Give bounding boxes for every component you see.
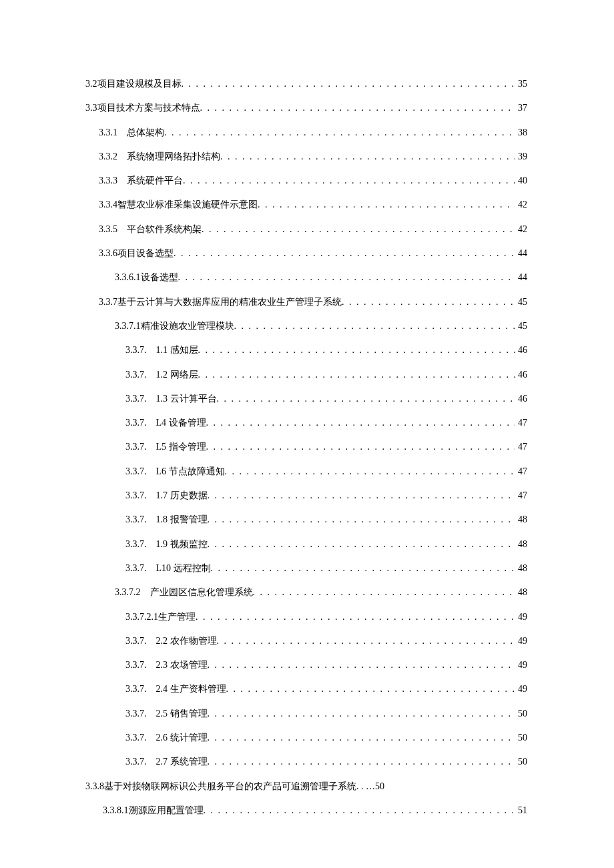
toc-leader-dots bbox=[208, 514, 516, 526]
toc-entry: 3.3.7. 1.3 云计算平台46 bbox=[85, 394, 527, 405]
toc-title: 1.3 云计算平台 bbox=[156, 394, 217, 405]
toc-number: 3.3.7. bbox=[125, 636, 147, 647]
toc-gap bbox=[117, 224, 127, 236]
toc-page-number: 50 bbox=[515, 709, 527, 720]
toc-gap bbox=[147, 490, 156, 502]
toc-title: 项目设备选型 bbox=[117, 248, 174, 260]
toc-leader-dots bbox=[217, 636, 516, 647]
toc-title: 2.7 系统管理 bbox=[156, 757, 208, 768]
toc-gap bbox=[117, 127, 127, 139]
toc-page-number: 48 bbox=[515, 587, 527, 598]
toc-leader-dots bbox=[258, 199, 515, 211]
toc-number: 3.3.7. bbox=[125, 466, 147, 478]
toc-gap bbox=[147, 370, 156, 381]
toc-page-number: 47 bbox=[515, 466, 527, 478]
toc-title: 产业园区信息化管理系统 bbox=[150, 587, 253, 598]
toc-entry: 3.3.8 基于对接物联网标识公共服务平台的农产品可追溯管理子系统. . …50 bbox=[85, 781, 527, 793]
toc-number: 3.3.7. bbox=[125, 490, 147, 502]
toc-leader-dots bbox=[208, 660, 516, 671]
toc-number: 3.3.7. bbox=[125, 684, 147, 695]
toc-entry: 3.3.7. 1.1 感知层46 bbox=[85, 345, 527, 356]
toc-number: 3.3.7. bbox=[125, 733, 147, 744]
toc-title: L5 指令管理 bbox=[156, 442, 206, 453]
toc-title: 项目建设规模及目标 bbox=[97, 79, 182, 90]
toc-leader-dots bbox=[208, 757, 516, 768]
toc-leader-dots bbox=[234, 321, 516, 332]
toc-number: 3.3.6.1 bbox=[115, 272, 141, 284]
toc-entry: 3.3.7. 2.4 生产资料管理49 bbox=[85, 684, 527, 695]
toc-page-number: 49 bbox=[515, 612, 527, 623]
toc-number: 3.3.7. bbox=[125, 418, 147, 429]
toc-page-number: 40 bbox=[515, 175, 527, 187]
toc-page-number: 37 bbox=[515, 103, 527, 114]
toc-gap bbox=[147, 418, 156, 429]
toc-number: 3.3.7.1 bbox=[115, 321, 141, 332]
toc-entry: 3.3.7. L5 指令管理47 bbox=[85, 442, 527, 453]
toc-number: 3.3.7. bbox=[125, 757, 147, 768]
toc-page-number: 42 bbox=[515, 224, 527, 236]
toc-page-number: 47 bbox=[515, 490, 527, 502]
toc-entry: 3.3.7. 2.5 销售管理50 bbox=[85, 709, 527, 720]
toc-title: 系统物理网络拓扑结构 bbox=[127, 151, 220, 163]
toc-gap bbox=[147, 442, 156, 453]
toc-title: 1.9 视频监控 bbox=[156, 539, 208, 550]
toc-title: 生产管理 bbox=[158, 612, 196, 623]
toc-gap bbox=[147, 709, 156, 720]
toc-title: 2.3 农场管理 bbox=[156, 660, 208, 671]
toc-entry: 3.3.8.1 溯源应用配置管理51 bbox=[85, 805, 527, 817]
toc-title: 溯源应用配置管理 bbox=[129, 805, 204, 817]
toc-leader-dots bbox=[198, 345, 516, 356]
toc-leader-dots bbox=[206, 418, 515, 429]
toc-entry: 3.3.5 平台软件系统构架42 bbox=[85, 224, 527, 236]
toc-page-number: 46 bbox=[515, 370, 527, 381]
toc-title: L4 设备管理 bbox=[156, 418, 206, 429]
toc-number: 3.3.7. bbox=[125, 539, 147, 550]
toc-leader-dots bbox=[178, 272, 516, 284]
toc-page-number: 38 bbox=[515, 127, 527, 139]
toc-number: 3.3.5 bbox=[99, 224, 117, 236]
toc-entry: 3.3.7.2.1 生产管理49 bbox=[85, 612, 527, 623]
toc-title: 精准设施农业管理模块 bbox=[141, 321, 234, 332]
toc-leader-dots bbox=[208, 539, 516, 550]
toc-leader-dots bbox=[182, 79, 516, 90]
toc-title: 1.1 感知层 bbox=[156, 345, 198, 356]
toc-entry: 3.3.7.2 产业园区信息化管理系统48 bbox=[85, 587, 527, 598]
toc-gap bbox=[147, 757, 156, 768]
toc-title: 智慧农业标准采集设施硬件示意图 bbox=[117, 199, 258, 211]
toc-entry: 3.3.7. L4 设备管理47 bbox=[85, 418, 527, 429]
toc-number: 3.3.7. bbox=[125, 563, 147, 574]
toc-gap bbox=[147, 563, 156, 574]
toc-entry: 3.3.7. 1.2 网络层46 bbox=[85, 370, 527, 381]
toc-leader-dots bbox=[208, 490, 516, 502]
toc-number: 3.3.6 bbox=[99, 248, 117, 260]
toc-page-number: 51 bbox=[515, 805, 527, 817]
toc-number: 3.3 bbox=[85, 103, 97, 114]
toc-gap bbox=[147, 539, 156, 550]
toc-page-number: 47 bbox=[515, 418, 527, 429]
toc-number: 3.3.7.2.1 bbox=[125, 612, 158, 623]
toc-gap bbox=[147, 394, 156, 405]
toc-leader-dots bbox=[225, 466, 515, 478]
toc-leader-dots bbox=[198, 370, 516, 381]
toc-leader-dots bbox=[208, 733, 516, 744]
toc-gap bbox=[147, 345, 156, 356]
toc-number: 3.2 bbox=[85, 79, 97, 90]
toc-entry: 3.3.7. 2.3 农场管理49 bbox=[85, 660, 527, 671]
toc-number: 3.3.2 bbox=[99, 151, 117, 163]
toc-leader-dots bbox=[196, 612, 515, 623]
toc-leader-dots bbox=[204, 805, 516, 817]
toc-entry: 3.3.2 系统物理网络拓扑结构39 bbox=[85, 151, 527, 163]
toc-number: 3.3.7. bbox=[125, 660, 147, 671]
toc-entry: 3.3.3 系统硬件平台40 bbox=[85, 175, 527, 187]
toc-leader-dots bbox=[183, 175, 515, 187]
toc-leader-dots bbox=[211, 563, 515, 574]
toc-page-number: 44 bbox=[515, 248, 527, 260]
toc-gap bbox=[147, 684, 156, 695]
toc-entry: 3.3.7. 2.6 统计管理50 bbox=[85, 733, 527, 744]
toc-entry: 3.3 项目技术方案与技术特点37 bbox=[85, 103, 527, 114]
toc-gap bbox=[147, 514, 156, 526]
toc-title: 1.2 网络层 bbox=[156, 370, 198, 381]
toc-title: L6 节点故障通知 bbox=[156, 466, 225, 478]
toc-leader-dots bbox=[217, 394, 516, 405]
toc-page-number: 48 bbox=[515, 514, 527, 526]
